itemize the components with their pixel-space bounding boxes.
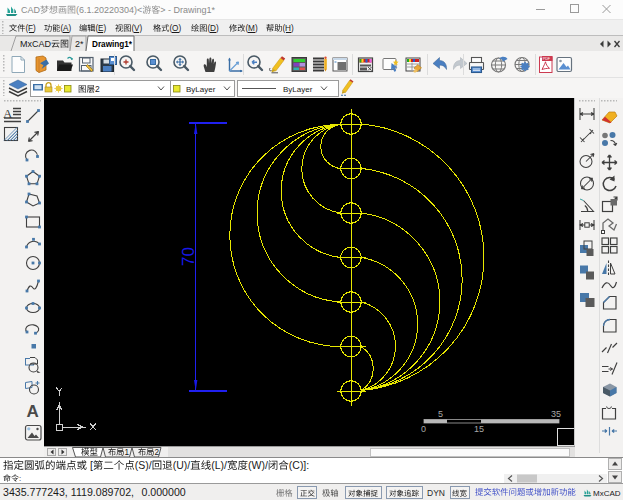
svg-text:Drawing1*: Drawing1* — [92, 40, 133, 49]
svg-text:(C)]:: (C)]: — [289, 459, 309, 471]
svg-text:2*: 2* — [75, 39, 84, 49]
svg-text:5: 5 — [438, 409, 443, 419]
svg-text:3435.777243,: 3435.777243, — [3, 486, 68, 498]
svg-text:ByLayer: ByLayer — [283, 85, 313, 94]
svg-text:[: [ — [90, 459, 93, 471]
svg-text:MxCAD: MxCAD — [20, 39, 51, 49]
svg-text:0: 0 — [421, 424, 426, 434]
svg-text:A: A — [27, 402, 39, 420]
svg-text:MxCAD: MxCAD — [593, 489, 621, 498]
svg-text:>: > — [160, 5, 165, 15]
svg-text:CAD: CAD — [21, 5, 41, 15]
svg-text:70: 70 — [179, 247, 198, 266]
svg-text:ByLayer: ByLayer — [186, 85, 216, 94]
svg-text:15: 15 — [474, 424, 484, 434]
svg-text:DYN: DYN — [427, 488, 445, 498]
svg-text:2: 2 — [95, 84, 100, 94]
svg-text:-: - — [168, 5, 171, 15]
svg-text:0.000000: 0.000000 — [142, 486, 186, 498]
svg-text:35: 35 — [551, 409, 561, 419]
svg-text:(U)/: (U)/ — [173, 459, 191, 471]
svg-text:PDF: PDF — [543, 57, 551, 61]
svg-text:1119.089702,: 1119.089702, — [71, 486, 134, 498]
svg-text:(W)/: (W)/ — [248, 459, 268, 471]
svg-text::: : — [19, 474, 21, 483]
svg-text:Drawing1*: Drawing1* — [174, 5, 216, 15]
svg-text:(L)/: (L)/ — [211, 459, 227, 471]
svg-text:(S)/: (S)/ — [135, 459, 152, 471]
svg-text:(6.1.20220304)<: (6.1.20220304)< — [76, 5, 142, 15]
